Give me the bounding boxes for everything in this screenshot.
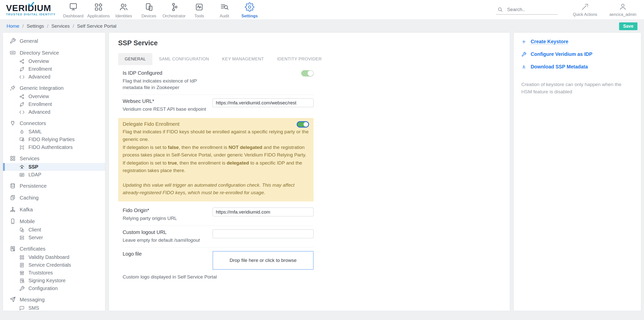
sidebar-item-directory-service[interactable]: ADDirectory Service [3,48,105,57]
configure-veridium-as-idp-link[interactable]: Configure Veridium as IDP [521,51,633,57]
nav-item-devices[interactable]: Devices [136,1,161,18]
global-search [496,5,558,15]
user-menu[interactable]: aencica_admin [609,3,636,17]
sidebar-item-mobile-client[interactable]: Client [3,226,105,234]
download-ssp-metadata-link[interactable]: Download SSP Metadata [521,64,633,70]
breadcrumb-services[interactable]: Services [51,23,70,29]
nav-item-settings[interactable]: Settings [237,1,262,18]
nav-item-orchestrator[interactable]: Orchestrator [161,1,187,18]
delegate-fido-panel: Delegate Fido Enrollment Flag that indic… [118,118,314,202]
sidebar-item-label: Enrollment [28,66,52,72]
sidebar-item-gi-enrollment[interactable]: Enrollment [3,100,105,108]
nav-item-applications[interactable]: Applications [86,1,111,18]
nav-item-tools[interactable]: Tools [187,1,212,18]
breadcrumb-settings[interactable]: Settings [27,23,44,29]
code-icon [19,109,25,115]
tab-general[interactable]: GENERAL [118,53,152,65]
delegate-fido-toggle[interactable] [297,121,309,128]
sidebar-item-messaging[interactable]: Messaging [3,295,105,304]
code-icon [19,74,25,80]
nav-item-identities[interactable]: Identities [111,1,136,18]
delegate-fido-line2: If delegation is set to false, then the … [123,144,309,159]
sidebar-item-services[interactable]: Services [3,154,105,163]
sidebar-item-kafka[interactable]: Kafka [3,205,105,214]
sidebar-item-sms[interactable]: SMS [3,304,105,311]
sidebar-item-label: Directory Service [20,50,59,56]
create-keystore-link[interactable]: Create Keystore [521,39,633,45]
identities-icon [119,2,128,12]
tab-key-management[interactable]: KEY MANAGEMENT [216,53,270,65]
fido-origin-input[interactable] [213,208,314,216]
sidebar-item-saml[interactable]: SAML [3,128,105,136]
breadcrumb-separator: / [47,23,48,29]
nav-item-dashboard[interactable]: Dashboard [61,1,86,18]
sidebar-item-persistence[interactable]: Persistence [3,181,105,190]
sidebar-item-validity-dashboard[interactable]: Validity Dashboard [3,253,105,261]
wrench-icon [10,38,16,44]
sidebar-item-truststores[interactable]: Truststores [3,269,105,277]
fido-origin-label: Fido Origin* [123,208,208,213]
sidebar-item-ssp[interactable]: SSP [3,163,105,171]
sidebar-item-label: Mobile [20,218,35,224]
sidebar-item-label: Advanced [28,109,50,115]
sidebar-item-service-credentials[interactable]: Service Credentials [3,261,105,269]
magic-wand-icon [581,3,589,11]
sidebar-item-ds-enrollment[interactable]: Enrollment [3,65,105,73]
is-idp-configured-toggle[interactable] [301,70,314,76]
websec-url-input[interactable] [213,98,314,107]
nav-item-label: Identities [115,14,132,18]
sidebar-item-certificates[interactable]: Certificates [3,244,105,253]
custom-logout-url-label: Custom logout URL [123,229,208,235]
sidebar-item-generic-integration[interactable]: Generic Integration [3,83,105,93]
sidebar-item-signing-keystore[interactable]: Signing Keystore [3,277,105,285]
tab-saml-configuration[interactable]: SAML CONFIGURATION [152,53,216,65]
keystore-hsm-note: Creation of keystore can only happen whe… [521,81,632,95]
saml-icon [19,129,25,135]
save-button[interactable]: Save [619,22,637,30]
sidebar-item-mobile-server[interactable]: Server [3,234,105,242]
logo-file-label: Logo file [123,251,208,257]
grid-icon [10,155,16,162]
sidebar-item-label: Generic Integration [20,85,63,91]
sidebar-item-label: Advanced [28,74,50,80]
sidebar-item-label: Service Credentials [28,262,71,268]
sidebar-item-connectors[interactable]: Connectors [3,118,105,128]
fido-authenticators-icon [19,145,25,150]
sidebar-item-caching[interactable]: Caching [3,193,105,202]
kafka-icon [10,206,16,213]
logo-file-dropzone[interactable]: Drop file here or click to browse [213,251,314,270]
sidebar-item-ds-advanced[interactable]: Advanced [3,73,105,81]
sidebar-item-general[interactable]: General [3,36,105,46]
sidebar-item-mobile[interactable]: Mobile [3,217,105,226]
field-custom-logout-url: Custom logout URL Leave empty for defaul… [123,226,314,248]
sidebar-item-fido-authenticators[interactable]: FIDO Authenticators [3,143,105,151]
veridium-logo[interactable]: VERIDIUM TRUSTED DIGITAL IDENTITY [6,4,58,16]
sidebar-item-label: SSP [28,164,38,170]
sidebar-item-label: SMS [28,305,39,311]
nav-item-label: Dashboard [63,14,84,18]
quick-actions-label: Quick Actions [573,12,597,17]
custom-logout-url-input[interactable] [213,229,314,238]
sidebar-item-label: Validity Dashboard [28,254,69,260]
sidebar-item-gi-advanced[interactable]: Advanced [3,108,105,116]
sidebar-item-fido-relying-parties[interactable]: FIDO Relying Parties [3,136,105,143]
ldap-icon [19,172,25,178]
ssp-tabs: GENERAL SAML CONFIGURATION KEY MANAGEMEN… [118,53,501,65]
actions-panel: Create Keystore Configure Veridium as ID… [514,33,641,311]
search-input[interactable] [507,7,550,12]
download-icon [521,64,526,69]
sidebar-item-ldap[interactable]: LDAP [3,171,105,179]
sidebar-item-configuration[interactable]: Configuration [3,285,105,292]
quick-actions-button[interactable]: Quick Actions [573,3,597,17]
nav-item-label: Settings [241,14,258,18]
download-ssp-metadata-label: Download SSP Metadata [531,64,588,70]
breadcrumb-home[interactable]: Home [7,23,19,29]
create-keystore-label: Create Keystore [531,39,568,45]
overview-icon [19,94,25,99]
tab-identity-provider[interactable]: IDENTITY PROVIDER [270,53,328,65]
sidebar-item-ds-overview[interactable]: Overview [3,57,105,65]
ssp-service-panel: SSP Service GENERAL SAML CONFIGURATION K… [109,33,510,311]
nav-item-audit[interactable]: Audit [212,1,237,18]
sidebar-item-gi-overview[interactable]: Overview [3,93,105,100]
sidebar-item-label: Persistence [20,183,47,189]
